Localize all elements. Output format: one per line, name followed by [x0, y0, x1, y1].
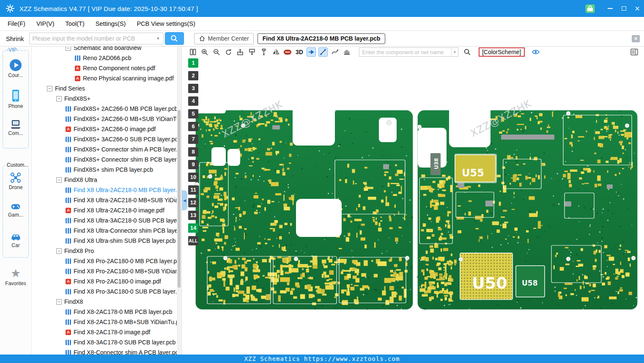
menu-item-4[interactable]: PCB View settings(S) [131, 20, 200, 27]
colorscheme-button[interactable]: [ColorScheme] [479, 47, 525, 57]
net-chevron-down-icon[interactable]: ▼ [451, 48, 458, 56]
tree-group-row[interactable]: −Schematic and boardview [32, 47, 181, 53]
tree-file-row[interactable]: Find X8 Ultra-2AC218-0 MB PCB layer.pcb [32, 185, 181, 195]
net-search-combo[interactable]: ▼ [359, 47, 458, 57]
tree-file-row[interactable]: FindX8S+ 3AC266-0 SUB PCB layer.pcb [32, 134, 181, 144]
zoom-out-button[interactable] [212, 47, 221, 57]
measure-tool-button[interactable] [318, 47, 328, 57]
sidebar-item-computer[interactable]: Com... [0, 119, 31, 136]
model-search-button[interactable] [165, 32, 184, 45]
tree-file-row[interactable]: Reno 2AD066.pcb [32, 53, 181, 63]
layer-button-8[interactable]: 8 [188, 147, 198, 157]
tree-file-row[interactable]: Find X8-2AC178-0 MB PCB layer.pcb [32, 307, 181, 317]
tree-file-row[interactable]: Find X8-2AC178-0 MB+SUB YiDianTu.pcb [32, 317, 181, 327]
layers-panel-button[interactable] [630, 48, 639, 56]
arrow-tool-button[interactable] [307, 47, 316, 57]
menu-item-2[interactable]: Tool(T) [60, 20, 90, 27]
layer-button-7[interactable]: 7 [188, 135, 198, 144]
tree-group-row[interactable]: −Find Series [32, 83, 181, 94]
tree-file-row[interactable]: AFindX8S+ 2AC266-0 image.pdf [32, 124, 181, 134]
tree-file-row[interactable]: Find X8-Connector shim A PCB layer.pcb [32, 347, 181, 355]
tree-file-row[interactable]: FindX8S+ Connector shim A PCB layer.pcb [32, 144, 181, 154]
probe-pin-button[interactable] [259, 47, 269, 57]
close-button[interactable]: × [630, 0, 644, 17]
layer-button-1[interactable]: 1 [188, 58, 198, 68]
tree-file-row[interactable]: FindX8S+ 2AC266-0 MB PCB layer.pcb [32, 104, 181, 114]
zoom-in-button[interactable] [200, 47, 209, 57]
layer-button-10[interactable]: 10 [188, 173, 198, 182]
menu-item-1[interactable]: VIP(V) [31, 20, 60, 27]
tree-file-row[interactable]: Find X8 Ultra-shim SUB PCB layer.pcb [32, 236, 181, 246]
sidebar-item-car[interactable]: Car [0, 232, 31, 248]
tree-file-row[interactable]: AFind X8-2AC178-0 image.pdf [32, 327, 181, 337]
layer-button-9[interactable]: 9 [188, 160, 198, 169]
tree-collapse-icon[interactable]: − [56, 248, 62, 254]
sidebar-item-course[interactable]: Cour... [0, 59, 31, 78]
hand-tool-button[interactable] [342, 47, 351, 57]
member-center-button[interactable]: Member Center [194, 33, 254, 44]
combo-chevron-down-icon[interactable]: ▼ [156, 36, 160, 41]
layer-button-5[interactable]: 5 [188, 109, 198, 118]
export-top-button[interactable] [236, 47, 245, 57]
mirror-flip-button[interactable] [271, 47, 280, 57]
tree-scrollbar-thumb[interactable] [178, 110, 181, 288]
3d-view-button[interactable]: 3D [295, 49, 304, 55]
tree-file-row[interactable]: FindX8S+ shim PCB layer.pcb [32, 165, 181, 175]
tree-file-row[interactable]: AReno Physical scanning image.pdf [32, 73, 181, 83]
layer-button-6[interactable]: 6 [188, 122, 198, 131]
visibility-eye-icon[interactable] [532, 49, 540, 55]
tree-file-row[interactable]: FindX8S+ 2AC266-0 MB+SUB YiDianTu.pcb [32, 114, 181, 124]
layer-button-12[interactable]: 12 [188, 198, 198, 207]
layer-button-14[interactable]: 14 [188, 223, 198, 233]
tree-file-row[interactable]: Find X8-3AC178-0 SUB PCB layer.pcb [32, 337, 181, 347]
tree-group-row[interactable]: −FindX8 Ultra [32, 175, 181, 185]
pcb-canvas[interactable]: U50U55U58U38XZZ@XZZHKXZZ@XZZHK 123456789… [182, 58, 644, 355]
tree-file-row[interactable]: Find X8 Ultra-Connector shim PCB layer.p… [32, 226, 181, 236]
menu-item-3[interactable]: Settings(S) [90, 20, 132, 27]
layer-button-3[interactable]: 3 [188, 84, 198, 93]
tree-file-row[interactable]: Find X8 Pro-2AC180-0 MB+SUB YiDianTu.pcb [32, 266, 181, 276]
layer-button-4[interactable]: 4 [188, 96, 198, 106]
minimize-button[interactable] [603, 0, 617, 17]
model-search-input[interactable] [33, 35, 155, 42]
sidebar-item-game[interactable]: Gam... [0, 202, 31, 218]
tree-collapse-icon[interactable]: − [47, 86, 52, 91]
net-search-input[interactable] [362, 49, 451, 55]
layer-button-11[interactable]: 11 [188, 185, 198, 195]
tree-file-row[interactable]: Find X8 Pro-3AC180-0 SUB PCB layer.pcb [32, 286, 181, 297]
tree-file-row[interactable]: Find X8 Ultra-3AC218-0 SUB PCB layer.pcb [32, 215, 181, 226]
maximize-button[interactable] [617, 0, 630, 17]
sidebar-item-drone[interactable]: Drone [0, 172, 31, 190]
tree-collapse-icon[interactable]: − [56, 177, 62, 183]
pages-view-button[interactable] [188, 47, 197, 57]
tree-file-row[interactable]: FindX8S+ Connector shim B PCB layer.pcb [32, 154, 181, 165]
pcb-board-image[interactable]: U50U55U58U38XZZ@XZZHKXZZ@XZZHK [182, 58, 644, 355]
sidebar-item-favorites[interactable]: ★ Favorites [0, 268, 31, 286]
tree-file-row[interactable]: AReno Component notes.pdf [32, 63, 181, 73]
tree-collapse-icon[interactable]: − [56, 96, 62, 102]
tree-group-row[interactable]: −FindX8 Pro [32, 246, 181, 256]
refresh-view-button[interactable] [224, 47, 233, 57]
vip-store-icon[interactable] [585, 4, 595, 13]
export-bottom-button[interactable] [247, 47, 257, 57]
diode-mode-button[interactable] [283, 47, 292, 57]
active-document-tab[interactable]: Find X8 Ultra-2AC218-0 MB PCB layer.pcb [258, 33, 386, 44]
sidebar-item-phone[interactable]: Phone [0, 89, 31, 109]
curve-tool-button[interactable] [330, 47, 340, 57]
tree-collapse-icon[interactable]: − [66, 47, 71, 51]
tree-file-row[interactable]: AFind X8 Pro-2AC180-0 image.pdf [32, 276, 181, 286]
close-document-icon[interactable]: ✕ [632, 35, 640, 42]
layer-button-2[interactable]: 2 [188, 71, 198, 80]
layer-button-all[interactable]: ALL [188, 236, 198, 245]
tree-group-row[interactable]: −FindX8 [32, 297, 181, 307]
model-search-combo[interactable]: ▼ [29, 33, 164, 44]
tree-collapse-icon[interactable]: − [56, 299, 62, 305]
tree-group-row[interactable]: −FindX8S+ [32, 94, 181, 104]
net-search-icon[interactable] [463, 48, 471, 56]
menu-item-0[interactable]: File(F) [2, 20, 31, 27]
tree-scrollbar[interactable] [177, 47, 181, 355]
shrink-button[interactable]: Shrink [3, 35, 27, 42]
layer-button-13[interactable]: 13 [188, 211, 198, 220]
tree-file-row[interactable]: Find X8 Ultra-2AC218-0 MB+SUB YiDianTu.p… [32, 195, 181, 205]
tree-file-row[interactable]: Find X8 Pro-2AC180-0 MB PCB layer.pcb [32, 256, 181, 266]
